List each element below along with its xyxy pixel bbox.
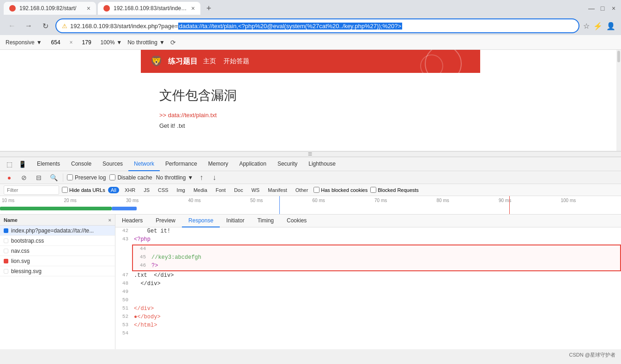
code-line-50: 50 [115, 297, 621, 305]
upload-button[interactable]: ↑ [197, 173, 206, 182]
code-viewer[interactable]: 42 Get it! 43 <?php 44 [115, 227, 621, 349]
code-line-44: 44 [133, 245, 620, 254]
clear-button[interactable]: ⊘ [18, 172, 30, 183]
minimize-button[interactable]: — [588, 5, 595, 12]
site-nav: 主页 开始答题 [203, 57, 249, 66]
filter-toggle-button[interactable]: ⊟ [33, 172, 44, 183]
download-button[interactable]: ↓ [210, 173, 219, 182]
tab-title-1: 192.168.0.109:82/start/ [19, 5, 83, 12]
tab-close-1[interactable]: × [87, 5, 90, 12]
resp-tab-cookies[interactable]: Cookies [280, 215, 313, 227]
line-num-48: 48 [115, 280, 132, 286]
webpage-scrollbar[interactable] [616, 50, 621, 151]
line-num-47: 47 [115, 272, 132, 278]
line-content-48: </div> [132, 280, 621, 287]
has-blocked-cookies-checkbox[interactable]: Has blocked cookies [314, 187, 368, 193]
search-button[interactable]: 🔍 [48, 172, 59, 183]
height-input[interactable] [78, 39, 95, 46]
filter-type-xhr[interactable]: XHR [122, 187, 138, 193]
rotate-icon[interactable]: ⟳ [170, 39, 176, 46]
tab-elements[interactable]: Elements [31, 157, 66, 171]
browser-tab-1[interactable]: 192.168.0.109:82/start/ × [4, 2, 96, 15]
tab-application[interactable]: Application [234, 157, 272, 171]
nav-home[interactable]: 主页 [203, 57, 216, 66]
security-icon: ⚠ [62, 23, 67, 30]
line-num-54: 54 [115, 330, 132, 336]
tab-network[interactable]: Network [128, 157, 160, 171]
filter-type-css[interactable]: CSS [155, 187, 171, 193]
preserve-log-checkbox[interactable]: Preserve log [67, 174, 106, 181]
tab-console[interactable]: Console [66, 157, 97, 171]
file-item-2[interactable]: nav.css [0, 246, 115, 256]
tab-favicon-1 [9, 5, 16, 12]
filter-type-media[interactable]: Media [191, 187, 210, 193]
new-tab-button[interactable]: + [202, 2, 215, 15]
record-button[interactable]: ● [4, 172, 15, 183]
forward-button[interactable]: → [22, 19, 35, 32]
resp-tab-headers[interactable]: Headers [115, 215, 149, 227]
file-item-3[interactable]: lion.svg [0, 256, 115, 266]
file-item-4[interactable]: blessing.svg [0, 266, 115, 276]
address-highlight: dadata://ta://text/plain,<?php%20@eval(s… [178, 23, 402, 30]
toolbar-separator [63, 173, 63, 182]
tab-lighthouse[interactable]: Lighthouse [303, 157, 341, 171]
filter-type-other[interactable]: Other [293, 187, 311, 193]
tab-memory[interactable]: Memory [203, 157, 234, 171]
timeline-label-90ms: 90 ms [497, 198, 559, 203]
resp-tab-timing[interactable]: Timing [251, 215, 280, 227]
file-name-1: bootstrap.css [11, 238, 44, 244]
filter-type-doc[interactable]: Doc [231, 187, 246, 193]
extension-icon[interactable]: ⚡ [593, 22, 603, 30]
close-button[interactable]: × [610, 5, 617, 12]
timeline-label-30ms: 30 ms [124, 198, 187, 203]
tab-security[interactable]: Security [272, 157, 303, 171]
tab-close-2[interactable]: × [191, 5, 195, 12]
timeline-label-70ms: 70 ms [373, 198, 435, 203]
browser-tab-2[interactable]: 192.168.0.109:83/start/index.p... × [98, 2, 200, 15]
file-icon-1 [4, 239, 8, 243]
code-line-48: 48 </div> [115, 280, 621, 288]
tab-performance[interactable]: Performance [160, 157, 203, 171]
throttle-dropdown[interactable]: No throttling ▼ [156, 174, 193, 181]
width-input[interactable] [48, 39, 64, 46]
address-input-wrap[interactable]: ⚠ 192.168.0.109:83/start/index.php?page=… [55, 18, 579, 33]
file-item-0[interactable]: index.php?page=dadata://ta://te... [0, 226, 115, 236]
filter-type-font[interactable]: Font [213, 187, 229, 193]
throttle-select[interactable]: No throttling ▼ [127, 39, 165, 46]
disable-cache-checkbox[interactable]: Disable cache [109, 174, 152, 181]
throttle-dropdown-chevron: ▼ [187, 174, 193, 181]
nav-start[interactable]: 开始答题 [223, 57, 249, 66]
site-link[interactable]: >> data://text/plain.txt [159, 112, 462, 119]
filter-type-manifest[interactable]: Manifest [265, 187, 290, 193]
blocked-requests-checkbox[interactable]: Blocked Requests [370, 187, 419, 193]
profile-icon[interactable]: 👤 [606, 22, 615, 30]
tab-sources[interactable]: Sources [97, 157, 128, 171]
filter-type-js[interactable]: JS [141, 187, 152, 193]
responsive-mode-select[interactable]: Responsive ▼ [6, 39, 42, 46]
file-item-1[interactable]: bootstrap.css [0, 236, 115, 246]
resp-tab-initiator[interactable]: Initiator [220, 215, 251, 227]
back-button[interactable]: ← [6, 19, 18, 32]
resp-tab-response[interactable]: Response [182, 215, 220, 227]
device-emulation-icon[interactable]: 📱 [17, 159, 28, 170]
response-tabs: Headers Preview Response Initiator Timin [115, 215, 621, 227]
filter-type-img[interactable]: Img [174, 187, 188, 193]
zoom-select[interactable]: 100% ▼ [101, 39, 122, 46]
filter-type-all[interactable]: All [108, 187, 119, 193]
zoom-label: 100% [101, 39, 115, 46]
resp-tab-preview[interactable]: Preview [149, 215, 182, 227]
maximize-button[interactable]: □ [599, 5, 606, 12]
select-element-icon[interactable]: ⬚ [4, 159, 15, 170]
filter-input[interactable] [4, 185, 59, 195]
filter-type-ws[interactable]: WS [248, 187, 262, 193]
site-heading: 文件包含漏洞 [159, 87, 462, 104]
reload-button[interactable]: ↻ [39, 19, 52, 32]
line-content-53: </html> [132, 322, 621, 328]
timeline-label-10ms: 10 ms [0, 198, 62, 203]
hide-data-urls-checkbox[interactable]: Hide data URLs [62, 187, 105, 193]
file-list-close-button[interactable]: × [109, 217, 111, 223]
drag-handle[interactable]: ≡ [0, 151, 621, 157]
code-line-54: 54 [115, 330, 621, 338]
bookmark-icon[interactable]: ☆ [583, 22, 590, 30]
throttle-chevron: ▼ [159, 39, 165, 46]
